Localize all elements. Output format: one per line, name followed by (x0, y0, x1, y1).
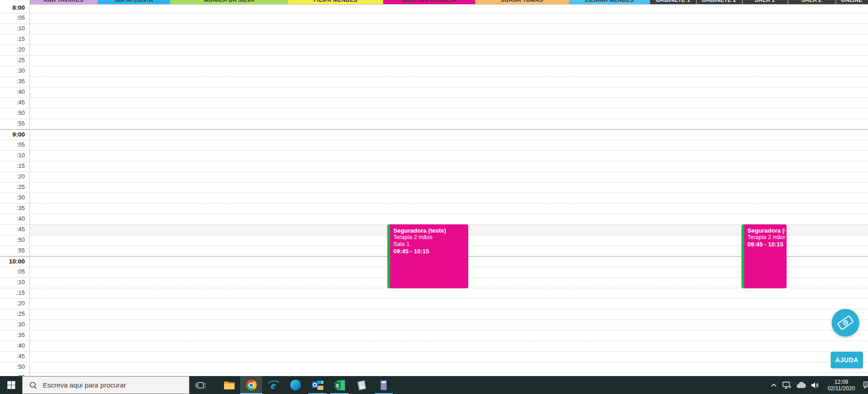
column-header-label: FILIPA MENDES (288, 0, 383, 3)
edge-button[interactable] (284, 376, 306, 394)
events-layer: Seguradora (teste)Terapia 2 mãosSala 109… (0, 0, 868, 376)
file-explorer-button[interactable] (218, 376, 240, 394)
money-icon: $ (837, 314, 854, 331)
column-header-gabinete-1: GABINETE 1 (650, 0, 696, 4)
appointment-title: Seguradora (teste) (393, 227, 467, 234)
outlook-icon (311, 380, 324, 391)
column-header-gabinete-2: GABINETE 2 (696, 0, 742, 4)
chrome-icon (246, 380, 257, 390)
appointment-sala-1[interactable]: Seguradora (teste)Terapia 2 mãos09:45 - … (742, 224, 787, 288)
windows-logo-icon (7, 381, 15, 389)
task-view-icon (195, 380, 206, 390)
system-tray: 12:09 02/11/2020 (770, 376, 868, 394)
edge-icon (290, 380, 301, 390)
scheduler-app: 8:00:05:10:15:20:25:30:35:40:45:50:559:0… (0, 0, 868, 394)
appointment-time: 09:45 - 10:15 (747, 241, 785, 248)
column-header-liliana-mendes: LILIANA MENDES (569, 0, 650, 4)
appointment-service: Terapia 2 mãos (747, 234, 785, 241)
column-header-monica-da-silva: MONICA DA SILVA (170, 0, 288, 4)
onedrive-icon[interactable] (796, 382, 806, 388)
chrome-button[interactable] (240, 376, 262, 394)
notifications-button[interactable] (863, 381, 868, 389)
windows-taskbar: Escreva aqui para procurar eX 12:09 02/1… (0, 376, 868, 394)
search-placeholder: Escreva aqui para procurar (43, 381, 126, 389)
task-view-button[interactable] (190, 376, 212, 394)
internet-explorer-icon: e (267, 379, 279, 391)
column-header-label: ONLINE (835, 0, 868, 3)
column-header-label: SOFIA COSTA (98, 0, 170, 3)
column-header-row: ANA TAVARESSOFIA COSTAMONICA DA SILVAFIL… (29, 0, 868, 5)
column-header-label: MONICA DA SILVA (170, 0, 288, 3)
column-header-label: CRISTINA PERALTA (383, 0, 475, 3)
internet-explorer-button[interactable]: e (262, 376, 284, 394)
column-header-label: SALA 2 (788, 0, 835, 3)
column-header-sofia-costa: SOFIA COSTA (98, 0, 170, 4)
column-header-ana-tavares: ANA TAVARES (29, 0, 98, 4)
calculator-button[interactable] (373, 376, 395, 394)
calendar-grid: 8:00:05:10:15:20:25:30:35:40:45:50:559:0… (0, 0, 868, 376)
column-header-online: ONLINE (835, 0, 868, 4)
column-header-sala-2: SALA 2 (788, 0, 835, 4)
notepad-icon (356, 380, 367, 391)
outlook-button[interactable] (306, 376, 328, 394)
chevron-up-icon[interactable] (770, 382, 777, 389)
column-header-label: GABINETE 2 (696, 0, 742, 3)
help-button[interactable]: AJUDA (831, 352, 863, 368)
appointment-time: 09:45 - 10:15 (393, 248, 467, 255)
column-header-filipa-mendes: FILIPA MENDES (288, 0, 383, 4)
column-header-cristina-peralta: CRISTINA PERALTA (383, 0, 475, 4)
start-button[interactable] (0, 376, 22, 394)
tray-date: 02/11/2020 (825, 385, 858, 392)
taskbar-search-input[interactable]: Escreva aqui para procurar (22, 376, 190, 394)
search-icon (29, 381, 37, 389)
column-header-label: ANA TAVARES (29, 0, 98, 3)
network-icon[interactable] (782, 382, 791, 389)
column-header-joana-tomas: JOANA TOMAS (475, 0, 569, 4)
calculator-icon (378, 380, 389, 391)
notepad-button[interactable] (351, 376, 373, 394)
appointment-cristina-peralta[interactable]: Seguradora (teste)Terapia 2 mãosSala 109… (387, 224, 468, 288)
column-header-label: GABINETE 1 (650, 0, 696, 3)
column-header-label: SALA 1 (742, 0, 788, 3)
notifications-icon (863, 381, 868, 389)
column-header-label: JOANA TOMAS (475, 0, 569, 3)
payments-fab-button[interactable]: $ (832, 309, 859, 337)
volume-icon[interactable] (811, 382, 820, 389)
appointment-room: Sala 1 (393, 241, 467, 248)
svg-text:X: X (335, 383, 339, 388)
tray-time: 12:09 (825, 379, 858, 385)
appointment-service: Terapia 2 mãos (393, 234, 467, 241)
excel-button[interactable]: X (328, 376, 351, 394)
appointment-title: Seguradora (teste) (747, 227, 785, 234)
file-explorer-icon (224, 380, 235, 390)
taskbar-clock[interactable]: 12:09 02/11/2020 (825, 379, 858, 392)
column-header-sala-1: SALA 1 (742, 0, 788, 4)
column-header-label: LILIANA MENDES (569, 0, 650, 3)
taskbar-apps: eX (190, 376, 395, 394)
excel-icon: X (334, 380, 345, 391)
